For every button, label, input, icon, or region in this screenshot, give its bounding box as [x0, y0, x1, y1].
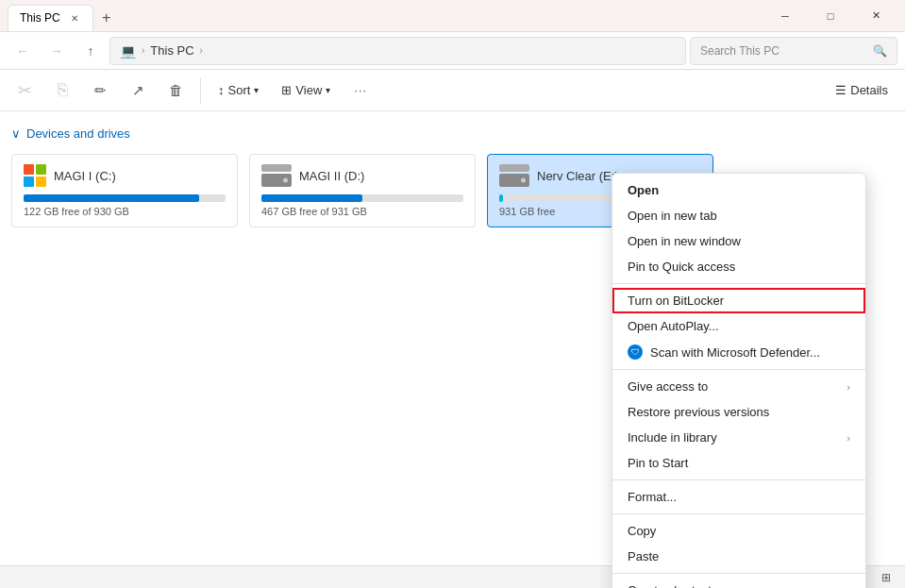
ctx-item-label: Open [628, 183, 659, 197]
ctx-item-label: Restore previous versions [628, 405, 769, 419]
toolbar: ✂ ⎘ ✏ ↗ 🗑 ↕ Sort ▾ ⊞ View ▾ ··· ☰ Detail… [0, 70, 905, 111]
share-button[interactable]: ↗ [121, 73, 155, 109]
view-icon: ⊞ [281, 83, 292, 97]
ctx-item-left: Open in new window [628, 234, 741, 248]
more-button[interactable]: ··· [344, 73, 377, 109]
ctx-item-label: Format... [628, 490, 677, 504]
submenu-arrow-icon: › [846, 432, 850, 444]
view-label: View [295, 83, 322, 97]
context-menu-item[interactable]: Restore previous versions [612, 399, 865, 425]
cut-button[interactable]: ✂ [8, 73, 42, 109]
details-button[interactable]: ☰ Details [826, 73, 897, 109]
context-menu-separator [612, 283, 865, 284]
drive-name: Nerv Clear (E:) [537, 169, 619, 183]
ctx-item-label: Create shortcut [628, 583, 712, 588]
forward-icon: → [50, 43, 63, 59]
drive-item[interactable]: MAGI II (D:) 467 GB free of 931 GB [249, 154, 476, 227]
ctx-item-label: Copy [628, 524, 656, 538]
context-menu-item[interactable]: Pin to Start [612, 450, 865, 476]
ctx-item-left: Pin to Quick access [628, 260, 735, 274]
address-bar[interactable]: 💻 › This PC › [109, 37, 686, 65]
ctx-item-label: Paste [628, 549, 659, 563]
up-icon: ↑ [88, 43, 94, 59]
details-icon: ☰ [835, 83, 846, 97]
search-bar[interactable]: Search This PC 🔍 [690, 37, 897, 65]
drive-header: MAGI II (D:) [261, 164, 463, 187]
new-tab-button[interactable]: + [93, 5, 120, 31]
drive-free-text: 467 GB free of 931 GB [261, 206, 463, 217]
context-menu-separator [612, 573, 865, 574]
minimize-button[interactable]: ─ [763, 0, 807, 32]
context-menu-item[interactable]: Paste [612, 544, 865, 569]
ctx-item-label: Open in new tab [628, 209, 717, 223]
context-menu-item[interactable]: Copy [612, 518, 865, 544]
context-menu-separator [612, 479, 865, 480]
up-button[interactable]: ↑ [75, 36, 106, 66]
tab-close-button[interactable]: ✕ [68, 11, 81, 25]
drive-name: MAGI I (C:) [54, 169, 116, 183]
context-menu-item[interactable]: Open [612, 177, 865, 203]
sort-label: Sort [228, 83, 251, 97]
drive-free-text: 122 GB free of 930 GB [24, 206, 226, 217]
context-menu-item[interactable]: Include in library › [612, 425, 865, 450]
context-menu-item[interactable]: Pin to Quick access [612, 254, 865, 279]
section-header[interactable]: ∨ Devices and drives [11, 126, 894, 141]
hdd-icon [261, 164, 292, 187]
copy-button[interactable]: ⎘ [45, 73, 79, 109]
ctx-item-left: Open [628, 183, 659, 197]
grid-view-button[interactable]: ⊞ [877, 568, 896, 587]
ctx-item-left: 🛡 Scan with Microsoft Defender... [628, 344, 820, 360]
context-menu-item[interactable]: Format... [612, 484, 865, 510]
maximize-button[interactable]: □ [809, 0, 852, 32]
ctx-item-label: Pin to Quick access [628, 260, 735, 274]
ctx-item-left: Include in library [628, 430, 717, 445]
close-button[interactable]: ✕ [854, 0, 897, 32]
ctx-item-left: Open AutoPlay... [628, 319, 719, 333]
search-icon: 🔍 [873, 44, 887, 58]
ctx-item-left: Copy [628, 524, 656, 538]
address-icon: 💻 [120, 43, 136, 59]
address-chevron: › [142, 45, 144, 56]
drive-bar-bg [261, 194, 463, 202]
search-placeholder: Search This PC [700, 44, 779, 58]
context-menu-item[interactable]: Open in new window [612, 228, 865, 254]
context-menu-item[interactable]: Give access to › [612, 374, 865, 399]
ctx-item-label: Scan with Microsoft Defender... [650, 345, 820, 360]
context-menu-item[interactable]: Open AutoPlay... [612, 313, 865, 339]
sort-button[interactable]: ↕ Sort ▾ [209, 73, 268, 109]
ctx-item-left: Restore previous versions [628, 405, 769, 419]
navbar: ← → ↑ 💻 › This PC › Search This PC 🔍 [0, 32, 905, 70]
back-icon: ← [16, 43, 29, 59]
active-tab[interactable]: This PC ✕ [8, 5, 93, 31]
window-controls: ─ □ ✕ [763, 0, 897, 32]
drive-item[interactable]: MAGI I (C:) 122 GB free of 930 GB [11, 154, 238, 227]
context-menu-item[interactable]: Turn on BitLocker [612, 288, 865, 313]
toolbar-separator-1 [200, 77, 201, 104]
address-end-chevron: › [200, 45, 203, 56]
ctx-item-label: Include in library [628, 430, 717, 445]
drive-bar-bg [24, 194, 226, 202]
context-menu-separator [612, 369, 865, 370]
drive-name: MAGI II (D:) [299, 169, 364, 183]
defender-icon: 🛡 [628, 344, 643, 360]
context-menu-item[interactable]: 🛡 Scan with Microsoft Defender... [612, 339, 865, 365]
context-menu-item[interactable]: Open in new tab [612, 203, 865, 228]
drive-bar-fill [261, 194, 362, 202]
view-button[interactable]: ⊞ View ▾ [272, 73, 340, 109]
back-button[interactable]: ← [8, 36, 38, 66]
drive-header: MAGI I (C:) [24, 164, 226, 187]
ctx-item-label: Turn on BitLocker [628, 294, 724, 308]
tab-label: This PC [20, 11, 60, 25]
ctx-item-label: Open AutoPlay... [628, 319, 719, 333]
address-text: This PC [150, 43, 193, 58]
details-label: Details [850, 83, 888, 97]
ctx-item-left: Pin to Start [628, 456, 688, 470]
context-menu-item[interactable]: Create shortcut [612, 578, 865, 588]
rename-button[interactable]: ✏ [83, 73, 117, 109]
ctx-item-label: Open in new window [628, 234, 741, 248]
forward-button[interactable]: → [42, 36, 72, 66]
delete-button[interactable]: 🗑 [159, 73, 193, 109]
section-title: Devices and drives [26, 126, 130, 141]
hdd-icon [499, 164, 529, 187]
ctx-item-left: Turn on BitLocker [628, 294, 724, 308]
